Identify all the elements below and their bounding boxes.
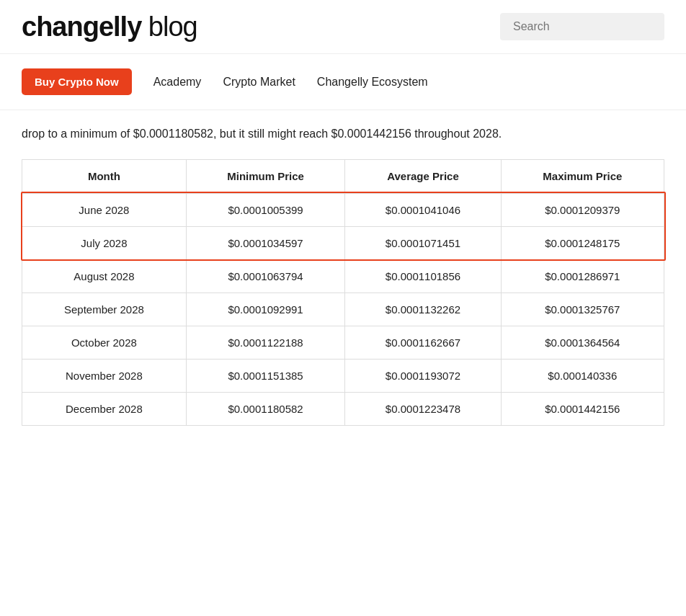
cell-month: November 2028 bbox=[22, 359, 187, 392]
cell-avg: $0.0001132262 bbox=[345, 293, 501, 326]
site-logo: changelly blog bbox=[22, 13, 197, 40]
col-header-max-price: Maximum Price bbox=[501, 159, 664, 193]
buy-crypto-button[interactable]: Buy Crypto Now bbox=[22, 68, 132, 95]
table-row: October 2028$0.0001122188$0.0001162667$0… bbox=[22, 326, 664, 359]
cell-avg: $0.0001101856 bbox=[345, 259, 501, 293]
cell-min: $0.0001092991 bbox=[186, 293, 345, 326]
cell-min: $0.0001005399 bbox=[186, 193, 345, 227]
intro-paragraph: drop to a minimum of $0.0001180582, but … bbox=[22, 125, 664, 143]
table-row: August 2028$0.0001063794$0.0001101856$0.… bbox=[22, 259, 664, 293]
cell-month: July 2028 bbox=[22, 226, 187, 259]
cell-min: $0.0001180582 bbox=[186, 392, 345, 425]
table-row: June 2028$0.0001005399$0.0001041046$0.00… bbox=[22, 193, 664, 227]
table-row: September 2028$0.0001092991$0.0001132262… bbox=[22, 293, 664, 326]
table-body: June 2028$0.0001005399$0.0001041046$0.00… bbox=[22, 193, 664, 426]
nav-link-crypto-market[interactable]: Crypto Market bbox=[223, 76, 295, 89]
site-header: changelly blog bbox=[0, 0, 686, 54]
table-row: July 2028$0.0001034597$0.0001071451$0.00… bbox=[22, 226, 664, 259]
cell-max: $0.0001325767 bbox=[501, 293, 664, 326]
cell-avg: $0.0001071451 bbox=[345, 226, 501, 259]
cell-max: $0.0001364564 bbox=[501, 326, 664, 359]
cell-min: $0.0001122188 bbox=[186, 326, 345, 359]
nav-link-changelly-ecosystem[interactable]: Changelly Ecosystem bbox=[317, 76, 428, 89]
table-row: November 2028$0.0001151385$0.0001193072$… bbox=[22, 359, 664, 392]
cell-month: June 2028 bbox=[22, 193, 187, 227]
cell-avg: $0.0001193072 bbox=[345, 359, 501, 392]
logo-suffix: blog bbox=[141, 12, 197, 42]
table-header: Month Minimum Price Average Price Maximu… bbox=[22, 159, 664, 193]
col-header-min-price: Minimum Price bbox=[186, 159, 345, 193]
table-row: December 2028$0.0001180582$0.0001223478$… bbox=[22, 392, 664, 425]
cell-min: $0.0001034597 bbox=[186, 226, 345, 259]
col-header-avg-price: Average Price bbox=[345, 159, 501, 193]
cell-min: $0.0001151385 bbox=[186, 359, 345, 392]
cell-max: $0.0001248175 bbox=[501, 226, 664, 259]
table-header-row: Month Minimum Price Average Price Maximu… bbox=[22, 159, 664, 193]
cell-month: October 2028 bbox=[22, 326, 187, 359]
cell-min: $0.0001063794 bbox=[186, 259, 345, 293]
cell-month: December 2028 bbox=[22, 392, 187, 425]
logo-brand: changelly bbox=[22, 12, 141, 42]
cell-max: $0.000140336 bbox=[501, 359, 664, 392]
cell-month: August 2028 bbox=[22, 259, 187, 293]
nav-link-academy[interactable]: Academy bbox=[153, 76, 202, 89]
cell-avg: $0.0001041046 bbox=[345, 193, 501, 227]
main-nav: Buy Crypto Now Academy Crypto Market Cha… bbox=[0, 54, 686, 110]
cell-max: $0.0001209379 bbox=[501, 193, 664, 227]
cell-max: $0.0001286971 bbox=[501, 259, 664, 293]
main-content: drop to a minimum of $0.0001180582, but … bbox=[0, 110, 686, 440]
cell-avg: $0.0001162667 bbox=[345, 326, 501, 359]
price-table: Month Minimum Price Average Price Maximu… bbox=[22, 159, 664, 426]
price-table-wrapper: Month Minimum Price Average Price Maximu… bbox=[22, 159, 664, 426]
cell-max: $0.0001442156 bbox=[501, 392, 664, 425]
search-input[interactable] bbox=[500, 13, 664, 40]
cell-avg: $0.0001223478 bbox=[345, 392, 501, 425]
col-header-month: Month bbox=[22, 159, 187, 193]
cell-month: September 2028 bbox=[22, 293, 187, 326]
